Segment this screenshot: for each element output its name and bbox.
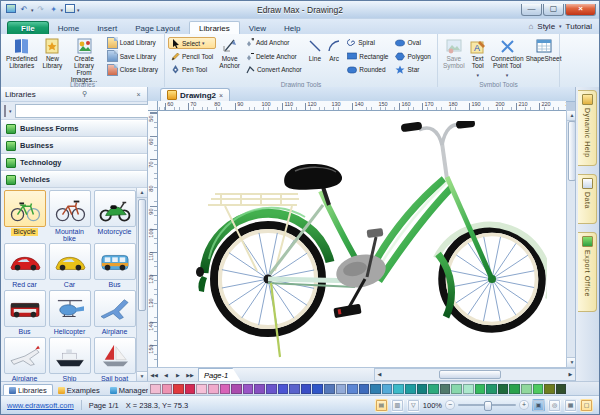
add-anchor-button[interactable]: Add Anchor: [243, 37, 305, 48]
line-tool-button[interactable]: Line: [306, 36, 324, 63]
view-page-icon[interactable]: ▥: [391, 399, 404, 412]
category-business[interactable]: Business: [1, 137, 147, 154]
color-swatch[interactable]: [509, 384, 520, 394]
zoom-slider-thumb[interactable]: [484, 401, 492, 411]
library-item-bus[interactable]: Bus: [93, 243, 136, 289]
maximize-button[interactable]: ▢: [543, 4, 564, 16]
canvas-horizontal-scrollbar[interactable]: ◀ ▶: [374, 368, 576, 381]
hscroll-right-icon[interactable]: ▶: [566, 369, 575, 380]
load-library-button[interactable]: Load Library: [104, 37, 161, 48]
library-item-airplane[interactable]: Airplane: [93, 290, 136, 336]
color-swatch[interactable]: [336, 384, 347, 394]
convert-anchor-button[interactable]: Convert Anchor: [243, 64, 305, 75]
redo-icon[interactable]: ↷: [35, 4, 47, 16]
save-icon[interactable]: [5, 4, 17, 16]
save-symbol-button[interactable]: Save Symbol: [441, 36, 467, 70]
view-normal-icon[interactable]: ▤: [375, 399, 388, 412]
tab-view[interactable]: View: [240, 22, 275, 34]
edrawsoft-link[interactable]: www.edrawsoft.com: [7, 401, 74, 410]
connection-point-tool-button[interactable]: Connection Point Tool▾: [489, 36, 526, 82]
style-caret-icon[interactable]: ▾: [559, 20, 562, 32]
color-swatch[interactable]: [347, 384, 358, 394]
text-tool-button[interactable]: A Text Tool▾: [468, 36, 488, 82]
color-swatch[interactable]: [370, 384, 381, 394]
undo-caret-icon[interactable]: ▾: [31, 4, 34, 16]
save-library-button[interactable]: Save Library: [104, 51, 161, 62]
library-picker-caret-icon[interactable]: ▾: [9, 105, 12, 117]
next-page-icon[interactable]: ▶: [172, 369, 184, 381]
page-tab[interactable]: Page-1: [198, 368, 241, 382]
color-swatch[interactable]: [417, 384, 428, 394]
last-page-icon[interactable]: ▶▶: [184, 369, 196, 381]
library-picker-icon[interactable]: [4, 105, 6, 117]
bicycle-shape[interactable]: [195, 121, 547, 367]
close-button[interactable]: ×: [565, 4, 596, 16]
library-item-bicycle[interactable]: Bicycle: [3, 190, 46, 242]
style-button[interactable]: Style: [537, 22, 555, 31]
hscroll-left-icon[interactable]: ◀: [375, 369, 384, 380]
create-library-from-images-button[interactable]: Create Library From Images...: [65, 36, 102, 84]
shapesheet-button[interactable]: ShapeSheet: [527, 36, 561, 63]
color-swatch[interactable]: [208, 384, 219, 394]
zoom-in-icon[interactable]: +: [519, 400, 529, 410]
library-item-bus[interactable]: Bus: [3, 290, 46, 336]
category-business-forms[interactable]: Business Forms: [1, 120, 147, 137]
side-tab-export-office[interactable]: Export Office: [578, 232, 597, 312]
color-swatch[interactable]: [382, 384, 393, 394]
color-swatch[interactable]: [359, 384, 370, 394]
library-item-car[interactable]: Car: [48, 243, 91, 289]
library-item-sail-boat[interactable]: Sail boat: [93, 337, 136, 381]
scroll-down-icon[interactable]: ▼: [137, 371, 147, 381]
pen-tool-button[interactable]: Pen Tool: [168, 64, 216, 75]
category-vehicles[interactable]: Vehicles: [1, 171, 147, 188]
view-outline-icon[interactable]: ▽: [407, 399, 420, 412]
color-swatch[interactable]: [556, 384, 567, 394]
star-tool-button[interactable]: Star: [392, 64, 434, 75]
sidebar-scroll-thumb[interactable]: [138, 199, 146, 311]
print-preview-icon[interactable]: [64, 4, 76, 16]
library-item-ship[interactable]: Ship: [48, 337, 91, 381]
zoom-out-icon[interactable]: −: [445, 400, 455, 410]
style-icon[interactable]: ⌂: [528, 22, 533, 31]
canvas-hscroll-thumb[interactable]: [439, 370, 501, 379]
color-swatch[interactable]: [324, 384, 335, 394]
pencil-tool-button[interactable]: Pencil Tool: [168, 51, 216, 62]
panel-close-icon[interactable]: ×: [134, 91, 143, 98]
category-technology[interactable]: Technology: [1, 154, 147, 171]
color-swatch[interactable]: [428, 384, 439, 394]
pin-icon[interactable]: ⚲: [80, 90, 89, 98]
color-swatch[interactable]: [405, 384, 416, 394]
color-swatch[interactable]: [266, 384, 277, 394]
predefined-libraries-button[interactable]: Predefined Libraries: [4, 36, 39, 70]
tab-close-icon[interactable]: ×: [219, 92, 223, 99]
library-item-airplane[interactable]: Airplane: [3, 337, 46, 381]
tab-file[interactable]: File: [7, 21, 49, 34]
spiral-tool-button[interactable]: Spiral: [344, 37, 391, 48]
panel-tab-manager[interactable]: Manager: [105, 385, 154, 395]
library-item-red-car[interactable]: Red car: [3, 243, 46, 289]
oval-tool-button[interactable]: Oval: [392, 37, 434, 48]
color-swatch[interactable]: [173, 384, 184, 394]
fit-page-icon[interactable]: ▣: [532, 399, 545, 412]
rectangle-tool-button[interactable]: Rectangle: [344, 51, 391, 62]
navigate-icon[interactable]: ✦: [48, 4, 60, 16]
color-swatch[interactable]: [521, 384, 532, 394]
move-anchor-button[interactable]: Move Anchor: [217, 36, 242, 70]
tab-help[interactable]: Help: [275, 22, 309, 34]
navigate-caret-icon[interactable]: ▾: [61, 4, 64, 16]
library-item-motorcycle[interactable]: Motorcycle: [93, 190, 136, 242]
qat-more-icon[interactable]: ▾: [77, 4, 80, 16]
rounded-rect-tool-button[interactable]: Rounded: [344, 64, 391, 75]
delete-anchor-button[interactable]: Delete Anchor: [243, 51, 305, 62]
color-swatch[interactable]: [301, 384, 312, 394]
zoom-select-icon[interactable]: ◎: [548, 399, 561, 412]
color-swatch[interactable]: [278, 384, 289, 394]
document-tab-drawing2[interactable]: Drawing2 ×: [160, 88, 230, 101]
color-swatch[interactable]: [393, 384, 404, 394]
color-swatch[interactable]: [486, 384, 497, 394]
color-swatch[interactable]: [312, 384, 323, 394]
color-swatch[interactable]: [220, 384, 231, 394]
color-swatch[interactable]: [463, 384, 474, 394]
tab-page-layout[interactable]: Page Layout: [126, 22, 189, 34]
arc-tool-button[interactable]: Arc: [325, 36, 343, 63]
